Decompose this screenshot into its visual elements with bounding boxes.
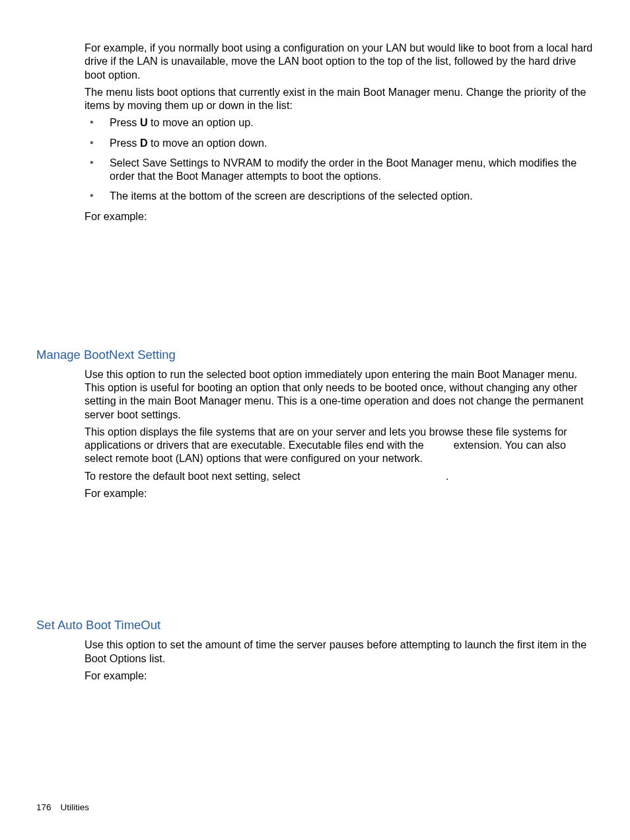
example-placeholder-2 <box>36 504 594 617</box>
intro-para-3: For example: <box>85 210 594 223</box>
intro-para-2: The menu lists boot options that current… <box>85 85 594 112</box>
key-d: D <box>140 137 148 149</box>
intro-para-1: For example, if you normally boot using … <box>85 41 594 81</box>
bullet-text: Select Save Settings to NVRAM to modify … <box>110 157 577 182</box>
example-placeholder-1 <box>36 227 594 347</box>
section2-para-1: Use this option to set the amount of tim… <box>85 638 594 665</box>
intro-block: For example, if you normally boot using … <box>85 41 594 223</box>
key-u: U <box>140 116 148 128</box>
footer-title: Utilities <box>61 802 90 812</box>
section1-p3b: . <box>446 470 449 482</box>
heading-manage-bootnext: Manage BootNext Setting <box>36 347 594 362</box>
section1-para-4: For example: <box>85 486 594 500</box>
bullet-item: The items at the bottom of the screen ar… <box>85 189 594 202</box>
bullet-item: Press U to move an option up. <box>85 116 594 129</box>
bullet-item: Select Save Settings to NVRAM to modify … <box>85 156 594 183</box>
bullet-item: Press D to move an option down. <box>85 136 594 149</box>
section1-para-3: To restore the default boot next setting… <box>85 469 594 482</box>
section1-para-2: This option displays the file systems th… <box>85 425 594 465</box>
section2-para-2: For example: <box>85 669 594 682</box>
section1-body: Use this option to run the selected boot… <box>85 367 594 500</box>
page: For example, if you normally boot using … <box>0 0 630 840</box>
bullet-text-prefix: Press <box>110 137 140 149</box>
bullet-text-suffix: to move an option up. <box>148 116 254 128</box>
page-footer: 176Utilities <box>36 802 89 814</box>
section2-body: Use this option to set the amount of tim… <box>85 638 594 682</box>
bullet-text-prefix: Press <box>110 116 140 128</box>
intro-bullets: Press U to move an option up. Press D to… <box>85 116 594 202</box>
page-number: 176 <box>36 802 52 812</box>
section1-p3a: To restore the default boot next setting… <box>85 470 303 482</box>
bullet-text-suffix: to move an option down. <box>148 137 267 149</box>
section1-para-1: Use this option to run the selected boot… <box>85 367 594 421</box>
bullet-text: The items at the bottom of the screen ar… <box>110 190 473 202</box>
heading-set-auto-boot-timeout: Set Auto Boot TimeOut <box>36 617 594 632</box>
